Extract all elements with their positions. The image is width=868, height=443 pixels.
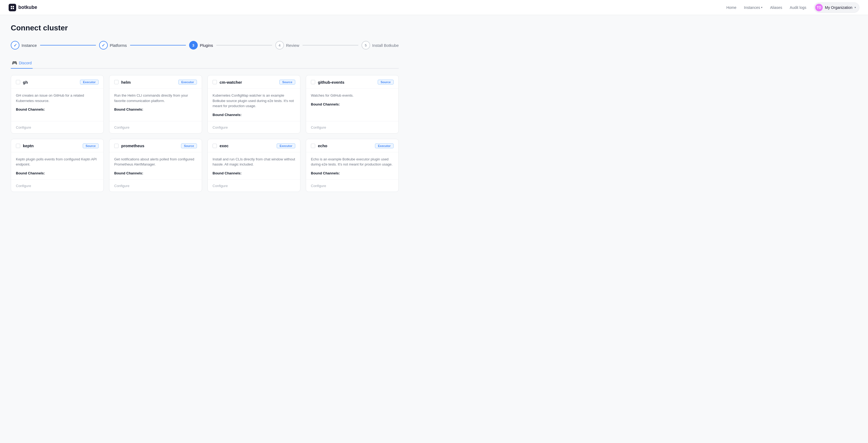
step-line-4	[303, 45, 358, 45]
card-header-echo: echo Executor	[306, 139, 398, 152]
card-body-echo: Echo is an example Botkube executor plug…	[306, 152, 398, 179]
card-header-keptn: keptn Source	[11, 139, 103, 152]
step-2-label: Platforms	[110, 43, 127, 48]
card-footer-github-events: Configure	[306, 121, 398, 133]
card-checkbox-prometheus[interactable]	[114, 144, 119, 148]
card-bound-label-helm: Bound Channels:	[114, 107, 143, 111]
plugin-card-echo: echo Executor Echo is an example Botkube…	[306, 139, 399, 192]
card-checkbox-helm[interactable]	[114, 80, 119, 84]
plugin-grid-row-2: keptn Source Keptn plugin polls events f…	[11, 139, 399, 192]
card-name-keptn: keptn	[23, 143, 34, 148]
card-body-prometheus: Get notifications about alerts polled fr…	[110, 152, 202, 179]
card-body-github-events: Watches for GitHub events. Bound Channel…	[306, 89, 398, 121]
card-bound-label-cm-watcher: Bound Channels:	[213, 113, 242, 117]
card-header-left-echo: echo	[311, 143, 327, 148]
card-footer-prometheus: Configure	[110, 179, 202, 192]
org-avatar: TO	[815, 4, 823, 11]
plugin-card-helm: helm Executor Run the Helm CLI commands …	[109, 75, 202, 134]
step-5-install: 5 Install Botkube	[362, 41, 399, 49]
nav-instances[interactable]: Instances ▾	[744, 5, 763, 10]
card-checkbox-keptn[interactable]	[16, 144, 20, 148]
step-line-2	[130, 45, 186, 45]
org-name: My Organization	[825, 5, 852, 10]
page-content: Connect cluster ✓ Instance ✓ Platforms 3…	[0, 15, 409, 206]
card-desc-github-events: Watches for GitHub events.	[311, 93, 394, 98]
card-footer-exec: Configure	[208, 179, 300, 192]
plugin-grid-row-1: gh Executor GH creates an issue on GitHu…	[11, 75, 399, 134]
step-3-plugins: 3 Plugins	[189, 41, 213, 49]
card-header-github-events: github-events Source	[306, 75, 398, 89]
navbar-left: botkube	[9, 4, 37, 11]
card-footer-gh: Configure	[11, 121, 103, 133]
card-configure-gh[interactable]: Configure	[16, 126, 31, 130]
card-header-left-exec: exec	[213, 143, 228, 148]
card-desc-keptn: Keptn plugin polls events from configure…	[16, 157, 99, 167]
card-bound-label-keptn: Bound Channels:	[16, 171, 45, 175]
card-configure-echo[interactable]: Configure	[311, 184, 326, 188]
card-header-helm: helm Executor	[110, 75, 202, 89]
card-configure-keptn[interactable]: Configure	[16, 184, 31, 188]
navbar-right: Home Instances ▾ Aliases Audit logs TO M…	[726, 2, 859, 13]
card-desc-echo: Echo is an example Botkube executor plug…	[311, 157, 394, 167]
card-footer-helm: Configure	[110, 121, 202, 133]
card-configure-cm-watcher[interactable]: Configure	[213, 126, 228, 130]
card-configure-github-events[interactable]: Configure	[311, 126, 326, 130]
plugin-card-github-events: github-events Source Watches for GitHub …	[306, 75, 399, 134]
card-configure-exec[interactable]: Configure	[213, 184, 228, 188]
card-bound-label-prometheus: Bound Channels:	[114, 171, 143, 175]
card-footer-echo: Configure	[306, 179, 398, 192]
card-checkbox-echo[interactable]	[311, 144, 315, 148]
plugin-card-prometheus: prometheus Source Get notifications abou…	[109, 139, 202, 192]
nav-home[interactable]: Home	[726, 5, 736, 10]
step-4-circle: 4	[275, 41, 284, 49]
card-name-prometheus: prometheus	[121, 143, 145, 148]
card-name-exec: exec	[220, 143, 228, 148]
card-footer-keptn: Configure	[11, 179, 103, 192]
card-header-left-github-events: github-events	[311, 80, 344, 84]
card-desc-gh: GH creates an issue on GitHub for a rela…	[16, 93, 99, 103]
card-checkbox-github-events[interactable]	[311, 80, 315, 84]
card-desc-cm-watcher: Kubernetes ConfigMap watcher is an examp…	[213, 93, 295, 109]
card-header-cm-watcher: cm-watcher Source	[208, 75, 300, 89]
step-1-circle: ✓	[11, 41, 20, 49]
step-1-instance: ✓ Instance	[11, 41, 37, 49]
card-badge-gh: Executor	[80, 80, 99, 84]
card-badge-exec: Executor	[277, 143, 295, 148]
card-configure-prometheus[interactable]: Configure	[114, 184, 129, 188]
navbar: botkube Home Instances ▾ Aliases Audit l…	[0, 0, 868, 15]
card-header-exec: exec Executor	[208, 139, 300, 152]
svg-rect-0	[11, 6, 12, 7]
instances-chevron-icon: ▾	[761, 6, 763, 9]
nav-audit-logs[interactable]: Audit logs	[790, 5, 806, 10]
logo-icon	[9, 4, 16, 11]
nav-aliases[interactable]: Aliases	[770, 5, 782, 10]
card-bound-label-github-events: Bound Channels:	[311, 102, 340, 106]
card-checkbox-gh[interactable]	[16, 80, 20, 84]
card-name-helm: helm	[121, 80, 131, 84]
card-checkbox-exec[interactable]	[213, 144, 217, 148]
step-5-circle: 5	[362, 41, 370, 49]
org-menu[interactable]: TO My Organization ▾	[814, 2, 859, 13]
plugin-card-keptn: keptn Source Keptn plugin polls events f…	[11, 139, 104, 192]
card-body-exec: Install and run CLIs directly from chat …	[208, 152, 300, 179]
tab-discord[interactable]: 🎮 Discord	[11, 58, 33, 69]
card-configure-helm[interactable]: Configure	[114, 126, 129, 130]
card-body-cm-watcher: Kubernetes ConfigMap watcher is an examp…	[208, 89, 300, 121]
card-desc-prometheus: Get notifications about alerts polled fr…	[114, 157, 197, 167]
card-bound-label-echo: Bound Channels:	[311, 171, 340, 175]
step-1-label: Instance	[22, 43, 37, 48]
card-header-left-cm-watcher: cm-watcher	[213, 80, 242, 84]
tab-bar: 🎮 Discord	[11, 58, 399, 69]
svg-rect-2	[11, 8, 12, 9]
step-3-label: Plugins	[200, 43, 213, 48]
step-5-label: Install Botkube	[372, 43, 399, 48]
card-bound-label-gh: Bound Channels:	[16, 107, 45, 111]
page-title: Connect cluster	[11, 24, 399, 32]
card-footer-cm-watcher: Configure	[208, 121, 300, 133]
card-name-github-events: github-events	[318, 80, 344, 84]
check-icon: ✓	[13, 43, 17, 48]
card-desc-helm: Run the Helm CLI commands directly from …	[114, 93, 197, 103]
step-line-1	[40, 45, 96, 45]
card-checkbox-cm-watcher[interactable]	[213, 80, 217, 84]
card-header-left-gh: gh	[16, 80, 28, 84]
